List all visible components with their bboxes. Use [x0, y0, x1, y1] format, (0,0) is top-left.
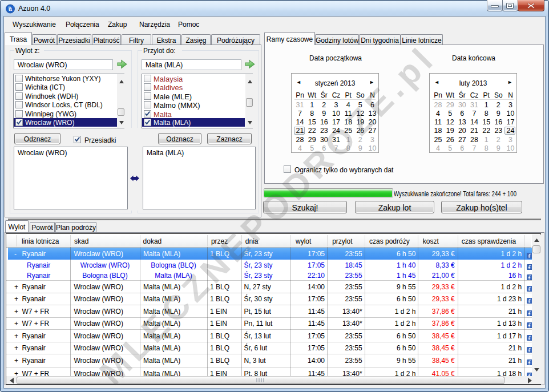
svg-text:MLECZNEPODROZE.pl: MLECZNEPODROZE.pl: [92, 38, 443, 392]
